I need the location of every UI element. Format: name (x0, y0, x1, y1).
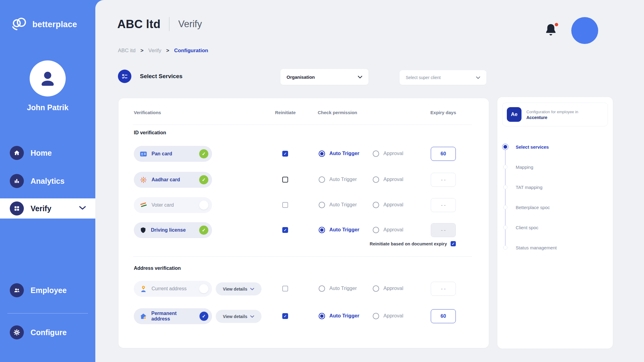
step-dot (503, 225, 507, 230)
chevron-down-icon (250, 315, 254, 318)
approval-label[interactable]: Approval (383, 285, 403, 291)
sidebar-item-employee[interactable]: Employee (0, 280, 95, 300)
auto-trigger-label[interactable]: Auto Trigger (329, 150, 359, 156)
sidebar-item-verify[interactable]: Verify (0, 198, 95, 219)
company-title: ABC ltd (117, 18, 160, 31)
step-client-spoc[interactable]: Client spoc (497, 224, 613, 231)
approval-label[interactable]: Approval (383, 150, 403, 156)
profile-avatar[interactable] (571, 17, 598, 44)
chevron-down-icon[interactable] (79, 206, 86, 211)
step-status-management[interactable]: Status management (497, 244, 613, 251)
auto-trigger-label[interactable]: Auto Trigger (329, 313, 359, 319)
step-dot (503, 245, 507, 250)
select-services-title: Select Services (140, 73, 182, 80)
configuration-context-card: Ae Configuration for employee in Accentu… (502, 103, 608, 126)
service-toggle[interactable] (199, 226, 208, 235)
approval-radio[interactable] (373, 313, 379, 319)
auto-trigger-radio[interactable] (319, 150, 325, 157)
approval-radio[interactable] (373, 285, 379, 292)
sidebar-item-home[interactable]: Home (0, 143, 95, 163)
reinitiate-checkbox[interactable] (282, 202, 288, 208)
service-pill-permanent-address[interactable]: Permanent address (134, 308, 212, 324)
sidebar-user-avatar[interactable] (30, 60, 66, 96)
expiry-days-input[interactable] (431, 309, 456, 323)
column-header-reinitiate: Reinitiate (271, 110, 299, 115)
reinitiate-expiry-checkbox[interactable] (451, 241, 456, 246)
expiry-days-input[interactable] (431, 147, 456, 161)
step-betterplace-spoc[interactable]: Betterplace spoc (497, 204, 613, 211)
expiry-days-input[interactable] (431, 173, 456, 187)
brand-name: betterplace (32, 20, 77, 29)
sidebar-item-configure[interactable]: Configure (0, 322, 95, 342)
service-pill-voter-card[interactable]: Voter card (134, 197, 212, 213)
view-details-dropdown[interactable]: View details (216, 310, 262, 323)
reinitiate-checkbox[interactable] (282, 286, 288, 291)
reinitiate-checkbox[interactable] (282, 227, 288, 233)
approval-radio[interactable] (373, 176, 379, 183)
service-pill-pan-card[interactable]: Pan card (134, 146, 212, 162)
service-pill-driving-license[interactable]: Driving license (134, 222, 212, 238)
grid-icon (10, 201, 24, 215)
step-select-services[interactable]: Select services (497, 143, 613, 150)
service-toggle[interactable] (199, 284, 208, 293)
sidebar-divider (7, 313, 88, 313)
service-pill-current-address[interactable]: Current address (134, 281, 212, 297)
expiry-days-input[interactable] (431, 198, 456, 212)
organisation-dropdown[interactable]: Organisation (280, 69, 368, 85)
super-client-dropdown[interactable]: Select super client (400, 70, 486, 85)
table-row-driving-license: Driving license Auto Trigger Approval (119, 222, 489, 238)
expiry-days-input[interactable] (431, 282, 456, 296)
reinitiate-expiry-label: Reinitiate based on document expiry (370, 241, 447, 246)
organisation-dropdown-value: Organisation (287, 74, 315, 80)
view-details-dropdown[interactable]: View details (216, 282, 262, 295)
approval-label[interactable]: Approval (383, 227, 403, 233)
shield-icon (139, 226, 147, 234)
reinitiate-checkbox[interactable] (282, 151, 288, 157)
brand: betterplace (10, 16, 77, 33)
step-tat-mapping[interactable]: TAT mapping (497, 184, 613, 190)
auto-trigger-label[interactable]: Auto Trigger (329, 285, 357, 291)
configuration-stepper-panel: Ae Configuration for employee in Accentu… (497, 97, 613, 349)
auto-trigger-radio[interactable] (319, 285, 325, 292)
service-name: Driving license (151, 227, 186, 233)
service-toggle[interactable] (199, 201, 208, 210)
auto-trigger-radio[interactable] (319, 202, 325, 208)
sidebar-item-label: Home (31, 149, 52, 157)
expiry-days-input[interactable] (431, 223, 456, 237)
sidebar-user-name: John Patrik (0, 103, 95, 112)
auto-trigger-radio[interactable] (319, 227, 325, 233)
auto-trigger-label[interactable]: Auto Trigger (329, 202, 357, 208)
reinitiate-checkbox[interactable] (282, 313, 288, 319)
auto-trigger-radio[interactable] (319, 313, 325, 319)
house-icon (139, 312, 147, 320)
topbar (544, 17, 598, 44)
auto-trigger-label[interactable]: Auto Trigger (329, 176, 357, 182)
approval-label[interactable]: Approval (383, 176, 403, 182)
service-pill-aadhar-card[interactable]: Aadhar card (134, 172, 212, 188)
step-dot (503, 165, 507, 169)
approval-radio[interactable] (373, 150, 379, 157)
configuration-subtitle: Configuration for employee in (526, 109, 578, 115)
step-mapping[interactable]: Mapping (497, 164, 613, 170)
gear-icon (10, 325, 24, 339)
select-services-header: Select Services (118, 70, 182, 83)
service-toggle[interactable] (199, 149, 208, 158)
view-details-label: View details (223, 314, 247, 319)
service-toggle[interactable] (199, 312, 208, 321)
sidebar-item-analytics[interactable]: Analytics (0, 171, 95, 191)
breadcrumb-verify[interactable]: Verify (148, 48, 162, 54)
reinitiate-checkbox[interactable] (282, 177, 288, 183)
approval-label[interactable]: Approval (383, 313, 403, 319)
auto-trigger-radio[interactable] (319, 176, 325, 183)
service-toggle[interactable] (199, 175, 208, 184)
auto-trigger-label[interactable]: Auto Trigger (329, 227, 359, 233)
approval-label[interactable]: Approval (383, 202, 403, 208)
breadcrumb-configuration[interactable]: Configuration (174, 48, 208, 54)
column-header-check-permission: Check permission (318, 110, 357, 115)
approval-radio[interactable] (373, 227, 379, 233)
table-row-voter-card: Voter card Auto Trigger Approval (119, 197, 489, 213)
approval-radio[interactable] (373, 202, 379, 208)
chevron-down-icon (250, 288, 254, 290)
notifications-bell-icon[interactable] (544, 23, 558, 38)
breadcrumb-company[interactable]: ABC itd (118, 48, 136, 54)
